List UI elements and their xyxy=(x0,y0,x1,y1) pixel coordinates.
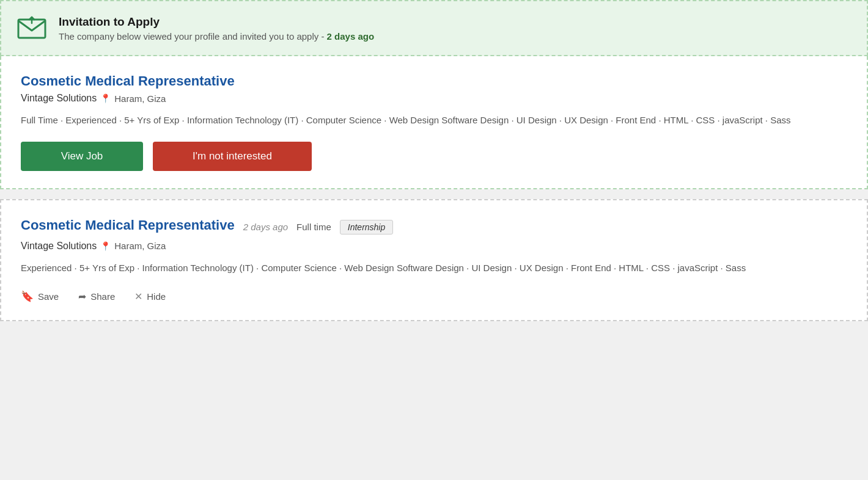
invitation-text: Invitation to Apply The company below vi… xyxy=(59,15,374,42)
invitation-title: Invitation to Apply xyxy=(59,15,374,29)
hide-button[interactable]: ✕ Hide xyxy=(134,291,166,302)
company-name-2: Vintage Solutions xyxy=(21,241,97,252)
location-icon-1: 📍 xyxy=(100,93,111,103)
share-label: Share xyxy=(90,291,115,302)
invitation-banner: Invitation to Apply The company below vi… xyxy=(0,0,868,56)
hide-icon: ✕ xyxy=(134,291,142,302)
invitation-subtitle: The company below viewed your profile an… xyxy=(59,31,374,42)
job-card-invitation: Cosmetic Medical Representative Vintage … xyxy=(0,56,868,189)
job-tags-2: Experienced · 5+ Yrs of Exp · Informatio… xyxy=(21,260,847,276)
company-name-1: Vintage Solutions xyxy=(21,93,97,104)
page-wrapper: Invitation to Apply The company below vi… xyxy=(0,0,868,321)
location-icon-2: 📍 xyxy=(100,241,111,251)
save-label: Save xyxy=(38,291,59,302)
job-bottom-actions: 🔖 Save ➦ Share ✕ Hide xyxy=(21,290,847,303)
location-text-2: Haram, Giza xyxy=(114,241,166,251)
share-button[interactable]: ➦ Share xyxy=(78,291,115,302)
job-type-label: Full time xyxy=(296,222,331,232)
bookmark-icon: 🔖 xyxy=(21,290,34,303)
view-job-button[interactable]: View Job xyxy=(21,142,143,171)
company-row-1: Vintage Solutions 📍 Haram, Giza xyxy=(21,93,847,104)
not-interested-button[interactable]: I'm not interested xyxy=(153,142,312,171)
job-title-row-2: Cosmetic Medical Representative 2 days a… xyxy=(21,217,847,237)
job-actions-1: View Job I'm not interested xyxy=(21,142,847,171)
hide-label: Hide xyxy=(147,291,166,302)
invitation-time-ago: 2 days ago xyxy=(327,31,375,42)
share-icon: ➦ xyxy=(78,291,86,302)
envelope-icon xyxy=(16,12,48,44)
save-button[interactable]: 🔖 Save xyxy=(21,290,59,303)
internship-badge: Internship xyxy=(340,220,393,235)
job-title-link-2[interactable]: Cosmetic Medical Representative xyxy=(21,217,235,233)
job-title-link-1[interactable]: Cosmetic Medical Representative xyxy=(21,73,235,89)
job-card-regular: Cosmetic Medical Representative 2 days a… xyxy=(0,199,868,322)
location-text-1: Haram, Giza xyxy=(114,93,166,104)
job-time-ago: 2 days ago xyxy=(243,222,288,232)
company-row-2: Vintage Solutions 📍 Haram, Giza xyxy=(21,241,847,252)
job-tags-1: Full Time · Experienced · 5+ Yrs of Exp … xyxy=(21,112,847,128)
